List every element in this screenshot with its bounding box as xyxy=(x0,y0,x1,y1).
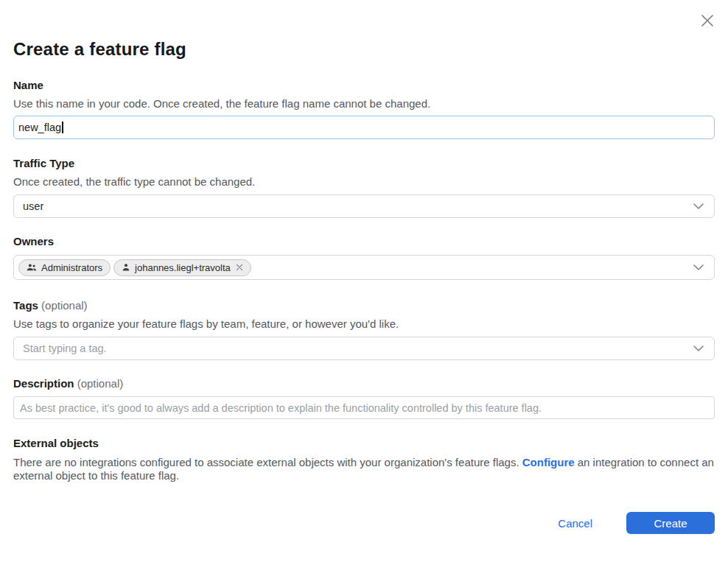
owners-label: Owners xyxy=(13,236,715,247)
configure-link[interactable]: Configure xyxy=(522,456,575,468)
remove-owner-icon[interactable] xyxy=(236,264,243,271)
tags-placeholder: Start typing a tag. xyxy=(23,343,693,354)
external-objects-label: External objects xyxy=(13,438,715,449)
cancel-button[interactable]: Cancel xyxy=(558,517,592,530)
create-button[interactable]: Create xyxy=(626,512,715,534)
external-objects-text: There are no integrations configured to … xyxy=(13,456,715,482)
modal-title: Create a feature flag xyxy=(13,0,715,60)
owner-chip-label: Administrators xyxy=(41,262,102,273)
tags-optional-text: (optional) xyxy=(41,299,88,312)
name-input-value: new_flag xyxy=(18,122,61,133)
chevron-down-icon xyxy=(693,345,704,351)
person-icon xyxy=(122,263,130,272)
traffic-type-select[interactable]: user xyxy=(13,194,715,218)
group-icon xyxy=(27,263,37,272)
tags-label: Tags (optional) xyxy=(13,300,715,312)
traffic-type-value: user xyxy=(23,200,693,212)
create-feature-flag-modal: Create a feature flag Name Use this name… xyxy=(0,0,728,562)
modal-footer: Cancel Create xyxy=(13,512,715,534)
close-icon xyxy=(700,13,715,28)
owner-chip-label: johannes.liegl+travolta xyxy=(135,262,231,273)
tags-label-text: Tags xyxy=(13,299,38,312)
external-text-before: There are no integrations configured to … xyxy=(13,456,522,468)
tags-input[interactable]: Start typing a tag. xyxy=(13,337,715,360)
close-button[interactable] xyxy=(699,13,715,29)
description-label: Description (optional) xyxy=(13,378,715,390)
chevron-down-icon xyxy=(693,203,704,209)
tags-helper-text: Use tags to organize your feature flags … xyxy=(13,318,715,330)
owner-chip-user[interactable]: johannes.liegl+travolta xyxy=(113,259,251,276)
owners-select[interactable]: Administrators johannes.liegl+travolta xyxy=(13,255,715,280)
description-input[interactable]: As best practice, it's good to always ad… xyxy=(13,396,715,419)
description-label-text: Description xyxy=(13,377,74,390)
name-helper-text: Use this name in your code. Once created… xyxy=(13,98,715,110)
owner-chip-administrators[interactable]: Administrators xyxy=(18,259,111,276)
name-label: Name xyxy=(13,80,715,91)
traffic-type-label: Traffic Type xyxy=(13,158,715,169)
owners-chip-list: Administrators johannes.liegl+travolta xyxy=(18,259,693,276)
description-optional-text: (optional) xyxy=(77,377,124,390)
text-caret xyxy=(62,122,63,133)
description-placeholder: As best practice, it's good to always ad… xyxy=(20,402,542,414)
name-input[interactable]: new_flag xyxy=(13,116,715,139)
chevron-down-icon xyxy=(693,264,704,270)
traffic-type-helper-text: Once created, the traffic type cannot be… xyxy=(13,176,715,188)
